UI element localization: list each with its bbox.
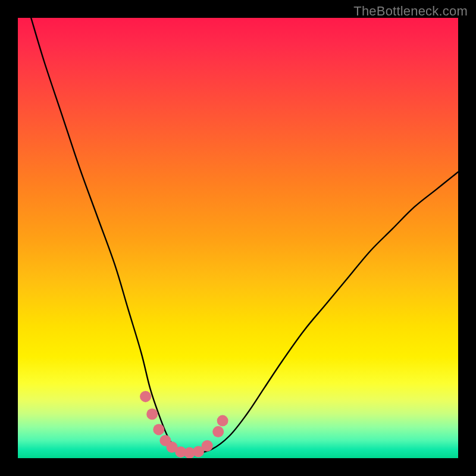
highlight-dot xyxy=(212,426,224,437)
highlight-dot xyxy=(153,424,164,435)
highlight-dot xyxy=(202,440,213,452)
highlight-dot xyxy=(140,391,151,402)
highlight-dot xyxy=(217,415,228,427)
chart-frame: TheBottleneck.com xyxy=(0,0,476,476)
bottleneck-curve xyxy=(31,18,458,455)
highlight-dot xyxy=(146,409,158,420)
plot-area xyxy=(18,18,458,458)
curve-svg xyxy=(18,18,458,458)
watermark-label: TheBottleneck.com xyxy=(353,4,468,19)
